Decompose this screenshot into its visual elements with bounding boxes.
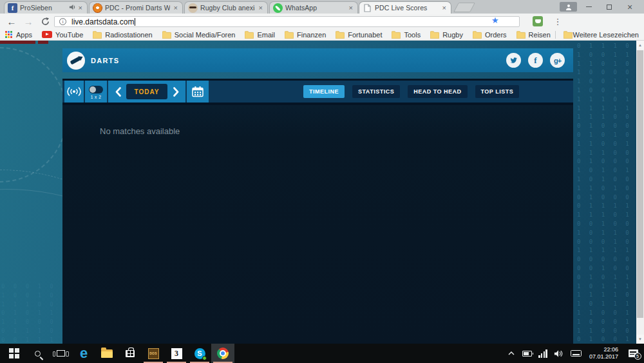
browser-menu-icon[interactable]: ⋮ bbox=[551, 14, 564, 29]
address-bar[interactable]: i live.dartsdata.com bbox=[54, 16, 520, 27]
bookmark-label: YouTube bbox=[55, 31, 83, 39]
bookmark-folder-fortunabet[interactable]: Fortunabet bbox=[336, 31, 382, 39]
url-text[interactable]: live.dartsdata.com bbox=[71, 17, 134, 26]
tab-rugby-club[interactable]: Rugby Club anexia Tige × bbox=[184, 1, 268, 14]
decor-red-strip bbox=[0, 41, 35, 44]
bookmark-label: Weitere Lesezeichen bbox=[573, 31, 639, 39]
page-info-icon[interactable]: i bbox=[59, 18, 66, 25]
tab-statistics[interactable]: STATISTICS bbox=[352, 85, 400, 98]
folder-icon bbox=[336, 31, 345, 39]
bookmarks-bar: Apps YouTube Radiostationen Social Media… bbox=[0, 29, 644, 41]
bookmark-folder-social-media[interactable]: Social Media/Foren bbox=[162, 31, 236, 39]
search-icon[interactable] bbox=[26, 344, 49, 363]
bookmark-apps[interactable]: Apps bbox=[5, 31, 32, 39]
tab-prosieben[interactable]: f ProSieben × bbox=[4, 1, 88, 14]
folder-icon bbox=[473, 31, 482, 39]
live-broadcast-icon[interactable] bbox=[64, 81, 84, 103]
googleplus-icon[interactable]: g+ bbox=[550, 53, 565, 68]
bookmark-folder-tools[interactable]: Tools bbox=[392, 31, 421, 39]
restore-button[interactable] bbox=[600, 0, 618, 14]
bookmark-youtube[interactable]: YouTube bbox=[42, 31, 83, 39]
scroll-up-icon[interactable]: ▲ bbox=[636, 41, 644, 50]
store-icon[interactable] bbox=[118, 344, 142, 363]
action-center-icon[interactable]: 5 bbox=[622, 344, 644, 363]
reload-icon[interactable] bbox=[37, 14, 53, 29]
start-button[interactable] bbox=[3, 344, 26, 363]
folder-icon bbox=[93, 31, 102, 39]
content-panel: 1 x 2 TODAY bbox=[62, 79, 573, 344]
scroll-down-icon[interactable]: ▼ bbox=[636, 335, 644, 344]
notification-badge: 5 bbox=[634, 353, 641, 360]
tab-pdc-promi[interactable]: PDC - Promi Darts Welt × bbox=[89, 1, 183, 14]
drei-app-icon[interactable]: 3 bbox=[165, 344, 188, 363]
tab-title: ProSieben bbox=[20, 4, 66, 12]
system-tray: 22:06 07.01.2017 5 bbox=[503, 344, 644, 363]
tab-pdc-live-scores[interactable]: PDC Live Scores × bbox=[359, 1, 451, 14]
bookmark-folder-radiostationen[interactable]: Radiostationen bbox=[93, 31, 152, 39]
tab-top-lists[interactable]: TOP LISTS bbox=[475, 85, 520, 98]
bookmark-folder-rugby[interactable]: Rugby bbox=[430, 31, 463, 39]
tab-close-icon[interactable]: × bbox=[173, 5, 179, 12]
bookmark-label: Rugby bbox=[442, 31, 463, 39]
folder-icon bbox=[162, 31, 171, 39]
empty-state-message: No matches available bbox=[100, 126, 180, 136]
chrome-icon[interactable] bbox=[211, 344, 234, 363]
network-signal-icon[interactable] bbox=[535, 344, 551, 363]
forward-icon[interactable]: → bbox=[21, 14, 36, 29]
calendar-icon[interactable] bbox=[187, 81, 209, 103]
desktop-screen: f ProSieben × PDC - Promi Darts Welt × R… bbox=[0, 0, 644, 363]
bookmark-star-icon[interactable]: ★ bbox=[491, 15, 499, 25]
folder-icon bbox=[430, 31, 439, 39]
scrollbar-thumb[interactable] bbox=[637, 50, 643, 318]
extension-icon[interactable] bbox=[533, 16, 543, 26]
toggle-track[interactable] bbox=[89, 86, 103, 93]
minimize-button[interactable] bbox=[580, 0, 598, 14]
today-button[interactable]: TODAY bbox=[126, 84, 167, 99]
apps-grid-icon bbox=[5, 31, 13, 39]
bookmark-label: Tools bbox=[404, 31, 421, 39]
tab-close-icon[interactable]: × bbox=[258, 5, 264, 12]
tab-close-icon[interactable]: × bbox=[348, 5, 354, 12]
dos-app-icon[interactable]: DOS bbox=[142, 344, 165, 363]
bookmark-label: Email bbox=[257, 31, 275, 39]
bookmarks-overflow[interactable]: Weitere Lesezeichen bbox=[555, 31, 639, 39]
bookmark-folder-reisen[interactable]: Reisen bbox=[516, 31, 551, 39]
touch-keyboard-icon[interactable] bbox=[567, 344, 585, 363]
skype-icon[interactable]: S bbox=[188, 344, 211, 363]
clock-time: 22:06 bbox=[589, 346, 618, 353]
file-explorer-icon[interactable] bbox=[95, 344, 118, 363]
darts-logo[interactable] bbox=[67, 52, 85, 70]
browser-tab-strip: f ProSieben × PDC - Promi Darts Welt × R… bbox=[0, 0, 644, 14]
clock-date: 07.01.2017 bbox=[589, 353, 618, 360]
tab-close-icon[interactable]: × bbox=[441, 5, 448, 12]
volume-icon[interactable] bbox=[551, 344, 567, 363]
close-window-button[interactable]: × bbox=[621, 0, 639, 14]
new-tab-button[interactable] bbox=[453, 3, 475, 12]
rugby-favicon bbox=[188, 3, 198, 13]
next-day-icon[interactable] bbox=[169, 84, 183, 99]
taskbar-clock[interactable]: 22:06 07.01.2017 bbox=[585, 344, 622, 363]
folder-icon bbox=[392, 31, 401, 39]
toggle-knob[interactable] bbox=[90, 86, 96, 93]
task-view-icon[interactable] bbox=[49, 344, 72, 363]
bookmark-folder-email[interactable]: Email bbox=[245, 31, 275, 39]
previous-day-icon[interactable] bbox=[111, 84, 125, 99]
bookmark-folder-orders[interactable]: Orders bbox=[473, 31, 507, 39]
back-icon[interactable]: ← bbox=[4, 14, 19, 29]
tab-audio-icon[interactable] bbox=[69, 4, 76, 12]
tab-head-to-head[interactable]: HEAD TO HEAD bbox=[408, 85, 467, 98]
page-scrollbar[interactable]: ▲ ▼ bbox=[636, 41, 644, 344]
bookmark-label: Apps bbox=[16, 31, 32, 39]
profile-button[interactable] bbox=[560, 2, 577, 12]
odds-toggle[interactable]: 1 x 2 bbox=[85, 81, 107, 103]
tab-timeline[interactable]: TIMELINE bbox=[303, 85, 345, 98]
bookmark-folder-finanzen[interactable]: Finanzen bbox=[285, 31, 326, 39]
facebook-icon[interactable]: f bbox=[528, 53, 543, 68]
tab-whatsapp[interactable]: WhatsApp × bbox=[269, 1, 358, 14]
twitter-icon[interactable] bbox=[506, 53, 521, 68]
battery-icon[interactable] bbox=[520, 344, 535, 363]
tray-expand-icon[interactable] bbox=[503, 344, 520, 363]
tab-close-icon[interactable]: × bbox=[77, 5, 84, 12]
youtube-icon bbox=[42, 31, 52, 38]
edge-icon[interactable]: e bbox=[72, 344, 95, 363]
